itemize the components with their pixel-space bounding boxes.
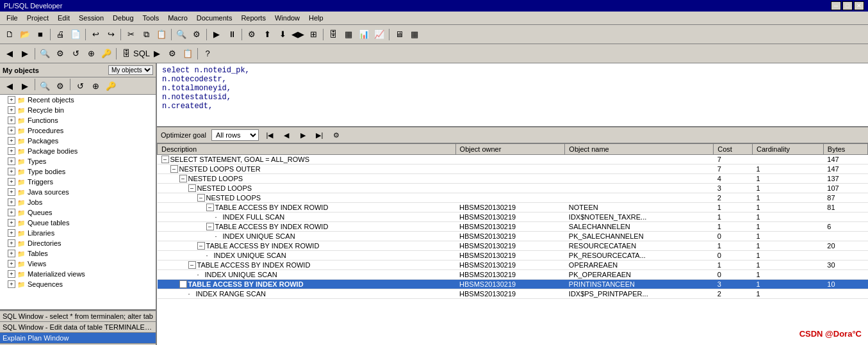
maximize-button[interactable]: □ (842, 1, 853, 10)
node-expand-icon[interactable]: – (206, 223, 214, 230)
menu-reports[interactable]: Reports (237, 13, 270, 23)
proc-btn[interactable]: ⚙ (165, 47, 179, 61)
menu-file[interactable]: File (3, 13, 22, 23)
tree-expand-icon[interactable]: + (8, 270, 15, 278)
tree-item-queue-tables[interactable]: +📁Queue tables (0, 218, 156, 228)
tree-expand-icon[interactable]: + (8, 106, 15, 114)
tree-expand-icon[interactable]: + (8, 260, 15, 268)
bottom-panel-item[interactable]: SQL Window - Edit data of table TERMINAL… (0, 321, 156, 332)
nav-prev[interactable]: ◀ (281, 129, 292, 141)
table-row[interactable]: – NESTED LOOPS31107 (158, 184, 868, 193)
tree-expand-icon[interactable]: + (8, 198, 15, 206)
tree-expand-icon[interactable]: + (8, 178, 15, 186)
execute-plan[interactable]: ⚙ (331, 129, 342, 141)
tree-item-sequences[interactable]: +📁Sequences (0, 279, 156, 289)
plan-btn[interactable]: 📋 (181, 47, 195, 61)
nav-back[interactable]: ◀ (3, 47, 17, 61)
expand-btn[interactable]: ⊕ (84, 47, 98, 61)
optimizer-select[interactable]: All rows First rows Rule Choose (211, 129, 259, 141)
tree-item-recent-objects[interactable]: +📁Recent objects (0, 95, 156, 105)
tree-item-procedures[interactable]: +📁Procedures (0, 125, 156, 136)
node-expand-icon[interactable]: – (206, 204, 214, 211)
menu-session[interactable]: Session (75, 13, 108, 23)
close-button[interactable]: ✕ (854, 1, 864, 10)
open-btn[interactable]: 📂 (18, 28, 32, 42)
tree-expand-icon[interactable]: + (8, 239, 15, 247)
left-panel-schema-select[interactable]: My objects (108, 65, 153, 75)
node-expand-icon[interactable]: – (197, 194, 205, 202)
tree-expand-icon[interactable]: + (8, 250, 15, 257)
explain-area[interactable]: Description Object owner Object name Cos… (157, 143, 868, 345)
table-row[interactable]: – NESTED LOOPS2187 (158, 193, 868, 203)
menu-tools[interactable]: Tools (139, 13, 163, 23)
menu-project[interactable]: Project (23, 13, 53, 23)
menu-debug[interactable]: Debug (109, 13, 137, 23)
menu-macro[interactable]: Macro (164, 13, 192, 23)
cut-btn[interactable]: ✂ (124, 28, 138, 42)
lp-key[interactable]: 🔑 (104, 79, 118, 93)
table-row[interactable]: · INDEX UNIQUE SCANHBSMS20130219PK_OPERA… (158, 270, 868, 280)
lp-refresh[interactable]: ↺ (73, 79, 87, 93)
tree-expand-icon[interactable]: + (8, 188, 15, 196)
db-btn[interactable]: 🗄 (119, 47, 133, 61)
tree-expand-icon[interactable]: + (8, 209, 15, 216)
new-btn[interactable]: 🗋 (3, 28, 17, 42)
tree-expand-icon[interactable]: + (8, 280, 15, 288)
monitor-btn[interactable]: 🖥 (392, 28, 406, 42)
nav-first[interactable]: |◀ (264, 129, 275, 141)
table-row[interactable]: · INDEX UNIQUE SCANHBSMS20130219PK_RESOU… (158, 251, 868, 261)
menu-help[interactable]: Help (305, 13, 327, 23)
execute-btn[interactable]: ▶ (209, 28, 224, 42)
refresh-btn[interactable]: ↺ (69, 47, 83, 61)
stop-btn[interactable]: ⏸ (225, 28, 239, 42)
nav-last[interactable]: ▶| (314, 129, 325, 141)
lp-fwd[interactable]: ▶ (18, 79, 32, 93)
lp-expand[interactable]: ⊕ (88, 79, 102, 93)
tree-item-recycle-bin[interactable]: +📁Recycle bin (0, 105, 156, 115)
tree-expand-icon[interactable]: + (8, 168, 15, 175)
lp-back[interactable]: ◀ (3, 79, 17, 93)
menu-edit[interactable]: Edit (54, 13, 74, 23)
menu-window[interactable]: Window (271, 13, 304, 23)
table-btn[interactable]: ▦ (341, 28, 356, 42)
table-row[interactable]: – TABLE ACCESS BY INDEX ROWIDHBSMS201302… (158, 241, 868, 251)
tree-expand-icon[interactable]: + (8, 116, 15, 124)
tree-item-java-sources[interactable]: +📁Java sources (0, 187, 156, 197)
bottom-panel-item[interactable]: SQL Window - select * from terminalen; a… (0, 310, 156, 321)
table-row[interactable]: – TABLE ACCESS BY INDEX ROWIDHBSMS201302… (158, 280, 868, 289)
paste-btn[interactable]: 📋 (154, 28, 168, 42)
nav-fwd[interactable]: ▶ (18, 47, 32, 61)
table-row[interactable]: · INDEX RANGE SCANHBSMS20130219IDX$PS_PR… (158, 289, 868, 299)
table-row[interactable]: · INDEX FULL SCANHBSMS20130219IDX$NOTEEN… (158, 213, 868, 222)
tree-item-tables[interactable]: +📁Tables (0, 248, 156, 259)
node-expand-icon[interactable]: – (170, 165, 178, 173)
node-expand-icon[interactable]: – (188, 184, 196, 192)
node-expand-icon[interactable]: – (197, 242, 205, 250)
dbobj-btn[interactable]: 🗄 (326, 28, 340, 42)
lp-gear[interactable]: ⚙ (53, 79, 67, 93)
lp-search[interactable]: 🔍 (38, 79, 52, 93)
table-row[interactable]: – TABLE ACCESS BY INDEX ROWIDHBSMS201302… (158, 222, 868, 232)
tree-expand-icon[interactable]: + (8, 157, 15, 165)
chart-btn[interactable]: 📈 (372, 28, 386, 42)
tree-expand-icon[interactable]: + (8, 96, 15, 104)
help2-btn[interactable]: ? (201, 47, 215, 61)
run-btn[interactable]: ▶ (150, 47, 164, 61)
obj-btn[interactable]: ⚙ (53, 47, 67, 61)
node-expand-icon[interactable]: – (188, 261, 196, 269)
table-row[interactable]: – TABLE ACCESS BY INDEX ROWIDHBSMS201302… (158, 261, 868, 270)
tree-item-types[interactable]: +📁Types (0, 156, 156, 166)
table-row[interactable]: – NESTED LOOPS41137 (158, 174, 868, 184)
nav-next[interactable]: ▶ (297, 129, 309, 141)
minimize-button[interactable]: ─ (831, 1, 841, 10)
search2-btn[interactable]: 🔍 (38, 47, 52, 61)
perf-btn[interactable]: ▦ (407, 28, 422, 42)
bottom-panel-item[interactable]: Explain Plan Window (0, 332, 156, 343)
compare-btn[interactable]: ◀▶ (291, 28, 305, 42)
tree-item-queues[interactable]: +📁Queues (0, 207, 156, 218)
print2-btn[interactable]: 📄 (69, 28, 83, 42)
tree-expand-icon[interactable]: + (8, 219, 15, 227)
tree-expand-icon[interactable]: + (8, 229, 15, 237)
tree-item-functions[interactable]: +📁Functions (0, 115, 156, 125)
table-row[interactable]: – TABLE ACCESS BY INDEX ROWIDHBSMS201302… (158, 203, 868, 213)
